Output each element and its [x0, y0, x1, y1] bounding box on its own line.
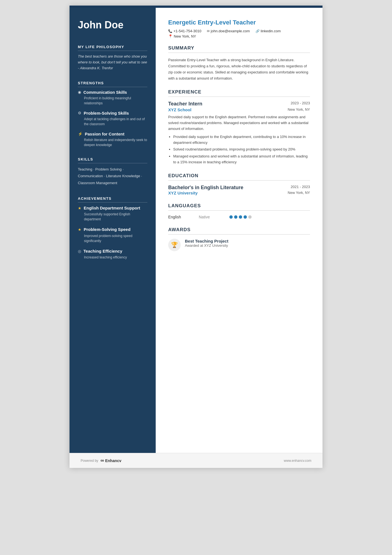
job-title: Energetic Entry-Level Teacher: [168, 19, 310, 26]
achievement-desc: Improved problem-solving speed significa…: [78, 233, 147, 243]
location-text: New York, NY: [174, 34, 196, 38]
philosophy-title: MY LIFE PHILOSOPHY: [78, 45, 147, 51]
exp-bullet-2: Solved routine/standard problems, improv…: [173, 147, 310, 152]
philosophy-text: The best teachers are those who show you…: [78, 54, 147, 71]
strength-header: ◉ Communication Skills: [78, 90, 147, 95]
exp-company: XYZ School: [168, 107, 191, 112]
dot-3: [239, 215, 242, 219]
skills-section: SKILLS Teaching · Problem Solving · Comm…: [78, 157, 147, 187]
linkedin-url: linkedin.com: [261, 29, 281, 33]
footer: Powered by ∞ Enhancv www.enhancv.com: [70, 453, 322, 468]
top-bar: [70, 6, 322, 8]
achievement-header: ★ English Department Support: [78, 205, 147, 211]
experience-item: Teacher Intern 2023 - 2023 XYZ School Ne…: [168, 101, 310, 165]
main-content: Energetic Entry-Level Teacher 📞 +1-541-7…: [156, 8, 322, 453]
strength-title: Passion for Content: [85, 132, 125, 136]
footer-left: Powered by ∞ Enhancv: [81, 458, 121, 463]
summary-text: Passionate Entry-Level Teacher with a st…: [168, 57, 310, 82]
experience-section: EXPERIENCE Teacher Intern 2023 - 2023 XY…: [168, 89, 310, 165]
strength-title: Communication Skills: [83, 90, 127, 95]
communication-icon: ◉: [78, 90, 81, 94]
star-icon: ★: [78, 206, 81, 210]
strength-item-communication: ◉ Communication Skills Proficient in bui…: [78, 90, 147, 106]
circle-icon: ◎: [78, 249, 81, 253]
exp-date: 2023 - 2023: [291, 101, 310, 105]
award-desc: Awarded at XYZ University: [185, 243, 228, 248]
skills-text: Teaching · Problem Solving · Communicati…: [78, 166, 147, 187]
exp-company-row: XYZ School New York, NY: [168, 107, 310, 112]
brand-name: Enhancv: [105, 458, 121, 463]
edu-header: Bachelor's in English Literature 2021 - …: [168, 185, 310, 191]
languages-section: LANGUAGES English Native: [168, 203, 310, 219]
achievement-teaching-efficiency: ◎ Teaching Efficiency Increased teaching…: [78, 248, 147, 260]
link-icon: 🔗: [255, 29, 260, 33]
strength-title: Problem-Solving Skills: [84, 111, 129, 115]
achievement-desc: Successfully supported English departmen…: [78, 212, 147, 222]
exp-description: Provided daily support to the English de…: [168, 114, 310, 132]
achievement-english-dept: ★ English Department Support Successfull…: [78, 205, 147, 222]
exp-location: New York, NY: [288, 107, 310, 112]
lang-name: English: [168, 215, 190, 219]
strengths-title: STRENGTHS: [78, 81, 147, 87]
strength-header: ⚡ Passion for Content: [78, 132, 147, 136]
education-title: EDUCATION: [168, 173, 310, 181]
location-icon: 📍: [168, 34, 173, 38]
exp-bullet-1: Provided daily support to the English de…: [173, 134, 310, 146]
awards-section: AWARDS 🏆 Best Teaching Project Awarded a…: [168, 227, 310, 251]
achievement-problem-solving-speed: ★ Problem-Solving Speed Improved problem…: [78, 227, 147, 243]
achievement-title: English Department Support: [84, 205, 140, 211]
passion-icon: ⚡: [78, 132, 83, 136]
star-icon: ★: [78, 227, 81, 232]
dot-1: [229, 215, 233, 219]
contact-row: 📞 +1-541-754-3010 ✉ john.doe@example.com…: [168, 29, 310, 33]
edu-location: New York, NY: [288, 191, 310, 195]
edu-degree: Bachelor's in English Literature: [168, 185, 243, 191]
email-contact: ✉ john.doe@example.com: [207, 29, 250, 33]
linkedin-contact: 🔗 linkedin.com: [255, 29, 281, 33]
dot-4: [244, 215, 247, 219]
brand-logo: ∞ Enhancv: [100, 458, 121, 463]
education-item: Bachelor's in English Literature 2021 - …: [168, 185, 310, 195]
education-section: EDUCATION Bachelor's in English Literatu…: [168, 173, 310, 195]
phone-contact: 📞 +1-541-754-3010: [168, 29, 201, 33]
phone-icon: 📞: [168, 29, 172, 33]
languages-title: LANGUAGES: [168, 203, 310, 211]
strength-desc: Proficient in building meaningful relati…: [78, 96, 147, 106]
edu-school: XYZ University: [168, 191, 198, 195]
resume: John Doe MY LIFE PHILOSOPHY The best tea…: [70, 6, 322, 468]
strength-header: ⚙ Problem-Solving Skills: [78, 111, 147, 115]
exp-header: Teacher Intern 2023 - 2023: [168, 101, 310, 107]
summary-title: SUMMARY: [168, 45, 310, 53]
dot-2: [234, 215, 237, 219]
achievements-section: ACHIEVEMENTS ★ English Department Suppor…: [78, 196, 147, 260]
dot-empty-1: [248, 215, 252, 219]
strengths-section: STRENGTHS ◉ Communication Skills Profici…: [78, 81, 147, 147]
language-item: English Native: [168, 215, 310, 219]
award-info: Best Teaching Project Awarded at XYZ Uni…: [185, 239, 228, 248]
strength-desc: Adept at tackling challenges in and out …: [78, 117, 147, 127]
sidebar: John Doe MY LIFE PHILOSOPHY The best tea…: [70, 8, 156, 453]
email-icon: ✉: [207, 29, 210, 33]
lang-dots: [229, 215, 252, 219]
experience-title: EXPERIENCE: [168, 89, 310, 97]
location-row: 📍 New York, NY: [168, 34, 310, 38]
email-address: john.doe@example.com: [211, 29, 250, 33]
exp-role: Teacher Intern: [168, 101, 202, 107]
achievement-title: Teaching Efficiency: [83, 248, 122, 254]
achievement-header: ◎ Teaching Efficiency: [78, 248, 147, 254]
exp-bullet-3: Managed expectations and worked with a s…: [173, 154, 310, 165]
achievement-desc: Increased teaching efficiency: [78, 255, 147, 260]
lang-level: Native: [199, 215, 221, 219]
problem-solving-icon: ⚙: [78, 111, 81, 115]
summary-section: SUMMARY Passionate Entry-Level Teacher w…: [168, 45, 310, 82]
candidate-name: John Doe: [78, 19, 147, 31]
award-title: Best Teaching Project: [185, 239, 228, 243]
logo-icon: ∞: [100, 458, 104, 463]
strength-desc: Relish literature and independently seek…: [78, 137, 147, 147]
award-item: 🏆 Best Teaching Project Awarded at XYZ U…: [168, 239, 310, 251]
resume-body: John Doe MY LIFE PHILOSOPHY The best tea…: [70, 8, 322, 453]
footer-website: www.enhancv.com: [284, 459, 311, 463]
strength-item-problem-solving: ⚙ Problem-Solving Skills Adept at tackli…: [78, 111, 147, 127]
skill-line-2: Communication · Literature Knowledge ·: [78, 174, 142, 178]
edu-school-row: XYZ University New York, NY: [168, 191, 310, 195]
